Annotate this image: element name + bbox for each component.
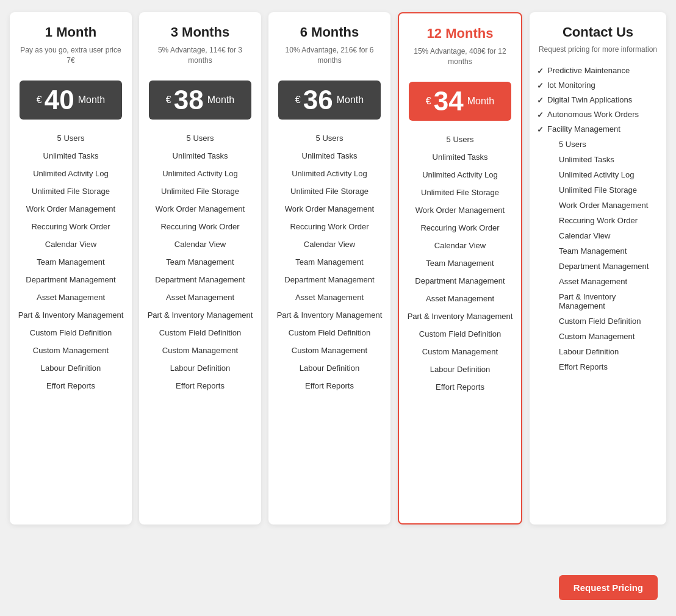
- plain-feature: Custom Field Definition: [548, 313, 659, 329]
- feature-item: Department Management: [145, 271, 255, 288]
- plain-feature: Labour Definition: [548, 344, 659, 359]
- features-list: 5 UsersUnlimited TasksUnlimited Activity…: [399, 121, 521, 396]
- feature-item: Department Management: [16, 271, 126, 288]
- price-badge: € 40 Month: [20, 81, 122, 120]
- feature-item: Effort Reports: [16, 377, 126, 395]
- feature-item: Labour Definition: [275, 359, 384, 377]
- feature-item: Unlimited File Storage: [145, 182, 255, 200]
- price-period: Month: [337, 95, 364, 106]
- feature-item: Unlimited Activity Log: [275, 165, 384, 182]
- plan-title: 3 Months: [145, 24, 255, 40]
- feature-item: Team Management: [405, 254, 515, 272]
- plan-title: 6 Months: [275, 24, 384, 40]
- feature-item: Part & Inventory Management: [275, 306, 384, 324]
- pricing-container: 1 Month Pay as you go, extra user price …: [6, 12, 670, 525]
- contact-title: Contact Us: [537, 24, 659, 40]
- feature-item: Custom Field Definition: [275, 324, 384, 342]
- checked-feature: Predictive Maintenance: [537, 63, 659, 78]
- feature-item: Asset Management: [405, 290, 515, 307]
- feature-item: 5 Users: [275, 129, 384, 147]
- feature-item: Labour Definition: [405, 360, 515, 378]
- price-amount: 36: [303, 87, 333, 113]
- plan-header: 3 Months 5% Advantage, 114€ for 3 months: [139, 12, 261, 74]
- feature-item: Unlimited Activity Log: [405, 166, 515, 184]
- checked-feature: Iot Monitoring: [537, 78, 659, 93]
- price-period: Month: [467, 96, 494, 107]
- contact-checked-features: Predictive MaintenanceIot MonitoringDigi…: [537, 63, 659, 137]
- plain-feature: Part & Inventory Management: [548, 289, 659, 313]
- plain-feature: 5 Users: [548, 137, 659, 152]
- contact-card: Contact Us Request pricing for more info…: [530, 12, 666, 525]
- feature-item: Custom Field Definition: [405, 325, 515, 343]
- request-pricing-area: Request Pricing: [559, 563, 658, 600]
- plan-subtitle: 10% Advantage, 216€ for 6 months: [275, 45, 384, 66]
- feature-item: Work Order Management: [16, 200, 126, 218]
- feature-item: Custom Field Definition: [16, 324, 126, 342]
- feature-item: Custom Management: [275, 342, 384, 359]
- checked-feature: Autonomous Work Orders: [537, 107, 659, 122]
- features-list: 5 UsersUnlimited TasksUnlimited Activity…: [10, 120, 132, 395]
- features-list: 5 UsersUnlimited TasksUnlimited Activity…: [139, 120, 261, 395]
- feature-item: Team Management: [275, 253, 384, 271]
- feature-item: Asset Management: [145, 288, 255, 306]
- feature-item: Reccuring Work Order: [275, 218, 384, 235]
- plain-feature: Work Order Management: [548, 198, 659, 213]
- plan-subtitle: 5% Advantage, 114€ for 3 months: [145, 45, 255, 66]
- feature-item: Labour Definition: [16, 359, 126, 377]
- feature-item: Calendar View: [275, 235, 384, 253]
- feature-item: Work Order Management: [275, 200, 384, 218]
- plan-subtitle: Pay as you go, extra user price 7€: [16, 45, 126, 66]
- plan-header: 1 Month Pay as you go, extra user price …: [10, 12, 132, 74]
- feature-item: Calendar View: [16, 235, 126, 253]
- feature-item: Unlimited File Storage: [405, 184, 515, 201]
- feature-item: Reccuring Work Order: [16, 218, 126, 235]
- price-period: Month: [207, 95, 234, 106]
- plain-feature: Unlimited Tasks: [548, 152, 659, 167]
- price-amount: 38: [174, 87, 204, 113]
- feature-item: Unlimited Tasks: [145, 147, 255, 165]
- feature-item: Part & Inventory Management: [405, 307, 515, 325]
- plan-header: 12 Months 15% Advantage, 408€ for 12 mon…: [399, 13, 521, 76]
- feature-item: Reccuring Work Order: [405, 219, 515, 237]
- plan-header: 6 Months 10% Advantage, 216€ for 6 month…: [268, 12, 390, 74]
- currency-symbol: €: [166, 95, 171, 106]
- feature-item: Effort Reports: [405, 378, 515, 396]
- feature-item: Asset Management: [16, 288, 126, 306]
- currency-symbol: €: [37, 95, 42, 106]
- plan-card-6months: 6 Months 10% Advantage, 216€ for 6 month…: [268, 12, 390, 525]
- feature-item: Unlimited Activity Log: [16, 165, 126, 182]
- contact-subtitle: Request pricing for more information: [537, 45, 659, 54]
- feature-item: Department Management: [405, 272, 515, 290]
- plain-feature: Asset Management: [548, 274, 659, 289]
- price-period: Month: [78, 95, 105, 106]
- plain-feature: Effort Reports: [548, 359, 659, 374]
- feature-item: Unlimited Tasks: [16, 147, 126, 165]
- features-list: 5 UsersUnlimited TasksUnlimited Activity…: [268, 120, 390, 395]
- feature-item: Unlimited File Storage: [16, 182, 126, 200]
- plan-title: 12 Months: [405, 26, 515, 41]
- checked-feature: Digital Twin Applications: [537, 93, 659, 107]
- feature-item: 5 Users: [145, 129, 255, 147]
- plain-feature: Custom Management: [548, 329, 659, 344]
- feature-item: Team Management: [16, 253, 126, 271]
- plan-title: 1 Month: [16, 24, 126, 40]
- price-amount: 34: [434, 88, 464, 115]
- feature-item: Custom Management: [16, 342, 126, 359]
- request-pricing-button[interactable]: Request Pricing: [559, 575, 658, 600]
- contact-plain-features: 5 UsersUnlimited TasksUnlimited Activity…: [537, 137, 659, 374]
- plain-feature: Department Management: [548, 259, 659, 274]
- plain-feature: Reccuring Work Order: [548, 213, 659, 228]
- feature-item: Effort Reports: [275, 377, 384, 395]
- plan-card-1month: 1 Month Pay as you go, extra user price …: [10, 12, 132, 525]
- feature-item: Effort Reports: [145, 377, 255, 395]
- feature-item: 5 Users: [16, 129, 126, 147]
- feature-item: Labour Definition: [145, 359, 255, 377]
- feature-item: Part & Inventory Management: [16, 306, 126, 324]
- currency-symbol: €: [426, 96, 431, 107]
- feature-item: Calendar View: [145, 235, 255, 253]
- feature-item: Department Management: [275, 271, 384, 288]
- plan-card-12months: 12 Months 15% Advantage, 408€ for 12 mon…: [398, 12, 522, 525]
- feature-item: Reccuring Work Order: [145, 218, 255, 235]
- feature-item: Unlimited File Storage: [275, 182, 384, 200]
- feature-item: Part & Inventory Management: [145, 306, 255, 324]
